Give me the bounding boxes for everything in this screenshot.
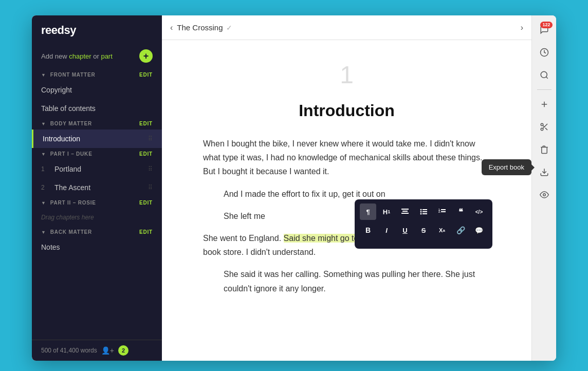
toolbar-row-1: ¶ H1 1.2. ❝ </> (360, 203, 487, 220)
toolbar-bullets-btn[interactable] (415, 203, 432, 220)
trash-icon[interactable] (535, 140, 554, 159)
toolbar-h1-btn[interactable]: H1 (378, 203, 395, 220)
editor-paragraph-1[interactable]: When I bought the bike, I never knew whe… (203, 137, 490, 179)
format-toolbar: ¶ H1 1.2. ❝ </> B I (355, 199, 492, 249)
toolbar-paragraph-btn[interactable]: ¶ (360, 203, 376, 220)
chapter-title: The Crossing ✓ (177, 23, 232, 32)
app-logo: reedsy (32, 15, 162, 45)
svg-rect-0 (401, 209, 409, 210)
editor-paragraph-2[interactable]: And I made the effort to fix it up, get … (203, 187, 490, 201)
part2-label: PART II – Rosie (50, 200, 96, 206)
add-new-label: Add new (41, 52, 67, 60)
sidebar-item-copyright[interactable]: Copyright (32, 81, 162, 99)
front-matter-edit[interactable]: EDIT (139, 72, 153, 78)
paragraph-3-text: She left me (224, 209, 265, 223)
add-new-button[interactable]: + (139, 49, 153, 63)
toolbar-link-btn[interactable]: 🔗 (452, 222, 469, 238)
search-icon[interactable] (535, 66, 554, 84)
toolbar-bold-btn[interactable]: B (360, 222, 376, 238)
svg-point-18 (541, 123, 543, 126)
toolbar-more-btn[interactable]: 💬 (471, 222, 487, 238)
export-tooltip: Export book (482, 159, 531, 175)
toc-label: Table of contents (41, 104, 96, 113)
editor-paragraph-5[interactable]: She said it was her calling. Something w… (203, 267, 490, 295)
paragraph-5-text: She said it was her calling. Something w… (224, 267, 490, 295)
add-part-link[interactable]: part (101, 52, 112, 60)
add-chapter-link[interactable]: chapter (69, 52, 91, 60)
toolbar-align-btn[interactable] (397, 203, 413, 220)
chapter-number: 1 (203, 61, 490, 89)
right-sidebar: 122 Export book (531, 15, 556, 361)
sidebar-item-notes[interactable]: Notes (32, 238, 162, 256)
introduction-label: Introduction (43, 135, 80, 143)
toolbar-italic-btn[interactable]: I (378, 222, 395, 238)
svg-point-24 (543, 194, 545, 196)
svg-point-7 (420, 213, 422, 215)
divider-1 (537, 89, 552, 90)
editor-area[interactable]: 1 Introduction When I bought the bike, I… (162, 40, 531, 361)
svg-rect-10 (441, 209, 446, 210)
word-count: 500 of 41,400 words (41, 347, 97, 354)
svg-point-19 (541, 128, 543, 131)
body-matter-edit[interactable]: EDIT (139, 121, 153, 126)
toolbar-code-btn[interactable]: </> (471, 203, 487, 220)
toolbar-underline-btn[interactable]: U (397, 222, 413, 238)
history-icon[interactable] (535, 43, 554, 62)
part1-chevron[interactable]: ▼ (41, 152, 46, 157)
front-matter-chevron[interactable]: ▼ (41, 72, 46, 78)
sidebar-item-introduction[interactable]: Introduction ⠿ (32, 129, 162, 148)
part1-edit[interactable]: EDIT (139, 151, 153, 157)
back-matter-edit[interactable]: EDIT (139, 229, 153, 235)
nav-prev-button[interactable]: ‹ (170, 23, 173, 32)
sidebar-item-ascent[interactable]: 2 The Ascent ⠿ (32, 178, 162, 197)
svg-rect-8 (422, 213, 427, 214)
svg-line-15 (546, 77, 547, 78)
collaborator-icon[interactable]: 👤+ (101, 346, 114, 355)
body-matter-chevron[interactable]: ▼ (41, 121, 46, 126)
part1-header: ▼ PART I – Duke EDIT (32, 148, 162, 160)
ascent-label: The Ascent (54, 183, 90, 192)
chapter-heading: Introduction (203, 101, 490, 120)
toolbar-strikethrough-btn[interactable]: S (415, 222, 432, 238)
part2-edit[interactable]: EDIT (139, 200, 153, 206)
scissors-icon[interactable] (535, 118, 554, 136)
front-matter-header: ▼ FRONT MATTER EDIT (32, 69, 162, 81)
svg-rect-12 (441, 211, 446, 212)
paragraph-2-text: And I made the effort to fix it up, get … (224, 187, 385, 201)
body-matter-label: BODY MATTER (50, 121, 92, 126)
preview-icon[interactable] (535, 186, 554, 204)
svg-rect-4 (422, 209, 427, 210)
ascent-drag-handle[interactable]: ⠿ (148, 184, 153, 191)
collaborator-badge: 2 (118, 345, 128, 356)
toolbar-quote-btn[interactable]: ❝ (452, 203, 469, 220)
nav-next-button[interactable]: › (521, 23, 523, 32)
sidebar-item-portland[interactable]: 1 Portland ⠿ (32, 160, 162, 178)
part2-header: ▼ PART II – Rosie EDIT (32, 197, 162, 209)
portland-label: Portland (54, 165, 81, 173)
toolbar-numbered-btn[interactable]: 1.2. (434, 203, 450, 220)
add-icon[interactable] (535, 95, 554, 114)
toolbar-superscript-btn[interactable]: Xa (434, 222, 450, 238)
svg-line-22 (543, 125, 544, 127)
copyright-label: Copyright (41, 86, 72, 94)
svg-rect-2 (401, 213, 409, 214)
chapter-title-text: The Crossing (177, 23, 223, 32)
ascent-num: 2 (41, 184, 51, 191)
svg-text:2.: 2. (438, 210, 441, 213)
download-icon[interactable] (535, 163, 554, 181)
svg-point-14 (541, 71, 547, 78)
toolbar-arrow (419, 240, 428, 245)
part2-chevron[interactable]: ▼ (41, 200, 46, 206)
sidebar-item-toc[interactable]: Table of contents (32, 99, 162, 118)
comments-icon[interactable]: 122 (535, 21, 554, 39)
portland-drag-handle[interactable]: ⠿ (148, 165, 153, 173)
introduction-drag-handle[interactable]: ⠿ (148, 135, 153, 142)
back-matter-chevron[interactable]: ▼ (41, 230, 46, 235)
svg-point-5 (420, 211, 422, 213)
back-matter-header: ▼ BACK MATTER EDIT (32, 226, 162, 238)
portland-num: 1 (41, 165, 51, 173)
add-new-or: or (93, 52, 99, 60)
svg-rect-1 (402, 211, 408, 212)
svg-line-21 (545, 128, 547, 130)
sidebar: reedsy Add new chapter or part + ▼ FRONT… (32, 15, 162, 361)
